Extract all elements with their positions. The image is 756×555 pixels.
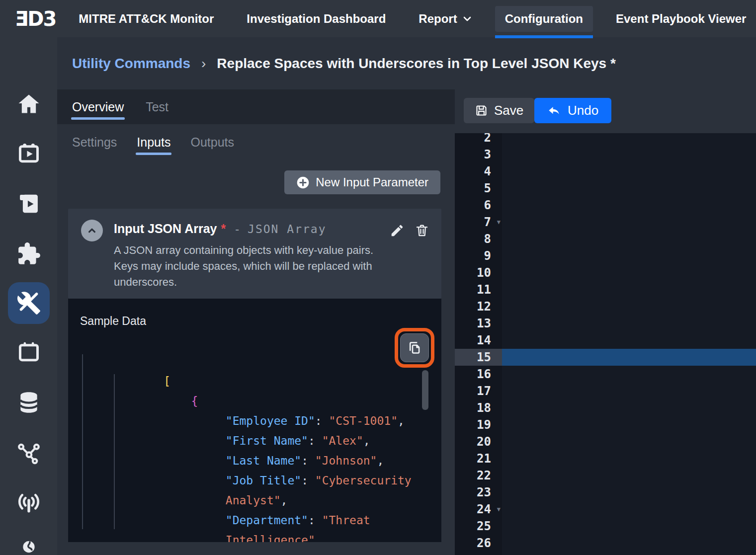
integrations-puzzle-icon[interactable]	[8, 233, 50, 275]
nav-item-investigation-dashboard[interactable]: Investigation Dashboard	[237, 6, 396, 32]
main-tab-bar: Overview Test	[57, 89, 455, 124]
line-number-text: 15	[477, 350, 491, 364]
code-line: 26 Replaces spaces with underscores	[455, 535, 756, 552]
code-text: # # Read input parameter	[502, 231, 756, 247]
json-token: "First Name"	[226, 434, 308, 447]
save-button[interactable]: Save	[464, 98, 534, 123]
code-line: 23 #------------------------------------…	[455, 484, 756, 501]
tab-settings[interactable]: Settings	[71, 127, 118, 158]
code-text: # returnData = "Successful"	[502, 399, 756, 416]
line-number: 7	[455, 214, 502, 231]
json-token: "Threat	[322, 514, 370, 527]
sample-data-code[interactable]: [ { "Employee ID": "CST-1001", "First Na…	[81, 331, 429, 530]
code-line: 9 # param1 = p1	[455, 247, 756, 264]
nav-item-report[interactable]: Report	[409, 6, 482, 32]
json-token: ,	[363, 434, 370, 447]
copy-icon	[407, 340, 422, 356]
line-number: 15	[455, 349, 502, 366]
line-number-text: 23	[477, 485, 491, 499]
code-line: 8 # # Read input parameter	[455, 231, 756, 247]
json-token: "Johnson"	[315, 454, 377, 467]
tab-overview[interactable]: Overview	[71, 92, 125, 122]
sample-data-panel: Sample Data [ { "Employee ID": "CST-1001…	[68, 299, 441, 542]
database-icon[interactable]	[8, 382, 50, 423]
plus-circle-icon	[296, 176, 310, 189]
line-number: 17	[455, 383, 502, 399]
json-token: "Last Name"	[226, 454, 301, 467]
tab-inputs[interactable]: Inputs	[136, 127, 171, 158]
code-text	[502, 281, 756, 298]
new-input-parameter-button[interactable]: New Input Parameter	[284, 170, 440, 194]
breadcrumb-parent-link[interactable]: Utility Commands	[72, 56, 190, 72]
code-text: # resultData = result	[502, 383, 756, 399]
home-icon[interactable]	[8, 83, 50, 125]
line-number-text: 13	[477, 317, 491, 330]
code-text: Replaces spaces with underscores	[502, 535, 756, 552]
calendar-icon[interactable]	[8, 331, 50, 373]
code-text: # # Please note that the parameters	[502, 197, 756, 214]
code-line: 12 # # Process	[455, 298, 756, 315]
fold-icon[interactable]	[497, 214, 501, 231]
line-number: 21	[455, 450, 502, 467]
json-token: "Employee ID"	[226, 414, 315, 427]
web-globe-icon[interactable]	[8, 531, 50, 555]
utility-tools-icon[interactable]	[8, 282, 50, 324]
code-line: 18 # returnData = "Successful"	[455, 399, 756, 416]
collapse-parameter-button[interactable]	[81, 220, 103, 241]
code-line: 11	[455, 281, 756, 298]
calendar-play-icon[interactable]	[8, 132, 50, 174]
code-line: 3 # # Input Parameters: p1, p2	[455, 146, 756, 163]
page-title: Replace Spaces with Underscores in Top L…	[217, 56, 615, 72]
nav-item-configuration[interactable]: Configuration	[495, 6, 593, 32]
sub-tab-bar: Settings Inputs Outputs	[57, 124, 455, 160]
code-text: # contextData = result	[502, 433, 756, 450]
parameter-title-row: Input JSON Array * - JSON Array	[114, 222, 327, 236]
code-line: 13 # result = str(param1) + " " +	[455, 315, 756, 332]
connections-icon[interactable]	[8, 433, 50, 475]
app-window: ƎD3 MITRE ATT&CK Monitor Investigation D…	[0, 0, 756, 555]
sample-data-scrollbar[interactable]	[422, 370, 428, 410]
python-code-editor[interactable]: 2 #-------------------------------------…	[455, 133, 756, 555]
chevron-down-icon	[462, 14, 472, 24]
code-text: # param2 = p2	[502, 264, 756, 281]
tab-outputs[interactable]: Outputs	[189, 127, 235, 158]
undo-button[interactable]: Undo	[534, 98, 611, 123]
code-text: def ReplaceSpacesWithUnderscoresInTopLev…	[502, 501, 756, 518]
nav-item-mitre-attck-monitor[interactable]: MITRE ATT&CK Monitor	[69, 6, 224, 32]
delete-parameter-button[interactable]	[414, 223, 430, 239]
nav-item-event-playbook-viewer[interactable]: Event Playbook Viewer	[606, 6, 756, 32]
json-token: :	[315, 414, 329, 427]
code-editor-panel: Save Undo 2	[455, 89, 756, 555]
new-input-parameter-label: New Input Parameter	[316, 175, 428, 189]
json-token: "Alex"	[322, 434, 363, 447]
fold-icon[interactable]	[497, 501, 501, 518]
line-number-text: 21	[477, 452, 491, 466]
tab-test[interactable]: Test	[145, 92, 169, 122]
code-line: 2 #-------------------------------------…	[455, 133, 756, 146]
line-number: 12	[455, 298, 502, 315]
code-text: # keyfields = result	[502, 416, 756, 433]
line-number-text: 14	[477, 333, 491, 347]
broadcast-antenna-icon[interactable]	[8, 481, 50, 523]
json-token: ,	[315, 534, 322, 542]
line-number: 20	[455, 433, 502, 450]
save-label: Save	[494, 103, 523, 118]
line-number: 2	[455, 133, 502, 146]
click-target-annotation	[395, 328, 434, 368]
playbook-library-icon[interactable]	[8, 183, 50, 225]
breadcrumb: Utility Commands › Replace Spaces with U…	[57, 37, 756, 89]
line-number-text: 6	[484, 198, 491, 212]
line-number: 8	[455, 231, 502, 247]
copy-sample-data-button[interactable]	[400, 333, 429, 362]
line-number: 16	[455, 366, 502, 383]
code-line: 24 def ReplaceSpacesWithUnderscoresInTop…	[455, 501, 756, 518]
json-token: ,	[377, 454, 384, 467]
undo-arrow-icon	[547, 104, 561, 117]
json-token: ,	[281, 494, 288, 507]
d3-logo[interactable]: ƎD3	[15, 7, 56, 30]
json-token: "CST-1001"	[329, 414, 398, 427]
json-token: :	[301, 454, 315, 467]
code-text: # # Input Parameters: p1, p2	[502, 146, 756, 163]
line-number: 23	[455, 484, 502, 501]
edit-parameter-button[interactable]	[389, 223, 406, 239]
